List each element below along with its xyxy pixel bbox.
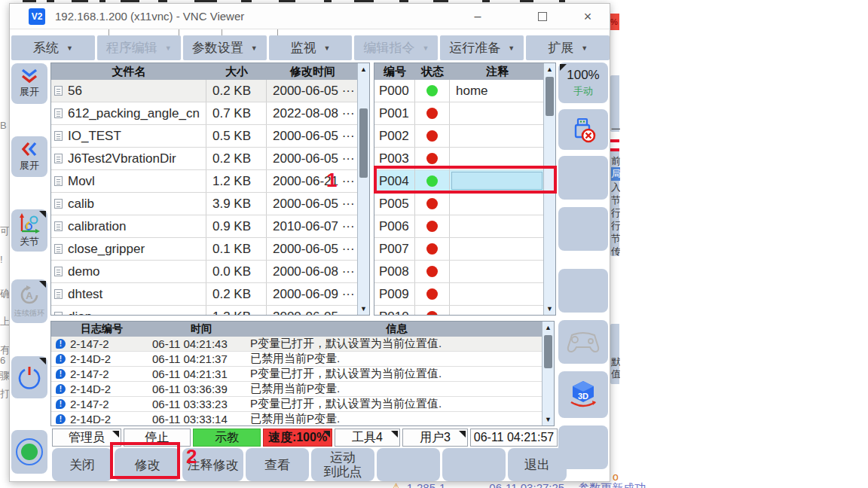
empty-action-button[interactable]: [377, 448, 440, 481]
speed-mode-button[interactable]: 100% 手动: [558, 63, 608, 103]
comment-modify-button[interactable]: 注释修改: [182, 448, 243, 481]
pvar-row[interactable]: P001: [374, 102, 555, 125]
user-frame-chip[interactable]: 用户3: [402, 429, 468, 447]
pvar-comment-cell: [450, 261, 545, 282]
gamepad-button[interactable]: [558, 320, 608, 364]
scrollbar-thumb[interactable]: [359, 108, 368, 178]
scroll-up-icon[interactable]: ▲: [358, 64, 369, 75]
col-mtime[interactable]: 修改时间: [267, 65, 359, 79]
empty-tool-button[interactable]: [558, 269, 608, 313]
log-time: 06-11 03:33:14: [152, 412, 250, 426]
servo-status-button[interactable]: [11, 430, 47, 474]
col-log-msg[interactable]: 信息: [250, 322, 543, 336]
pvar-row[interactable]: P009: [374, 283, 555, 306]
pvar-id: P004: [374, 170, 415, 192]
col-status[interactable]: 状态: [415, 65, 450, 79]
view-button[interactable]: 查看: [246, 448, 309, 481]
col-filename[interactable]: 文件名: [51, 65, 206, 79]
menu-item-label: 扩展: [548, 39, 573, 56]
file-row[interactable]: dhtest 0.2 KB 2000-06-09 ···: [51, 283, 369, 306]
log-row[interactable]: ! 2-14D-2 06-11 04:21:37 已禁用当前P变量.: [51, 352, 554, 367]
chevron-down-icon: ▼: [508, 44, 515, 52]
close-button[interactable]: ×: [578, 8, 598, 26]
log-row[interactable]: ! 2-147-2 06-11 04:21:31 P变量已打开，默认设置为当前位…: [51, 367, 554, 382]
pvar-row[interactable]: P002: [374, 125, 555, 148]
tool-chip[interactable]: 工具4: [335, 429, 400, 447]
file-size: 1.2 KB: [206, 170, 267, 192]
modify-button[interactable]: 修改: [115, 448, 180, 481]
run-state-chip[interactable]: 停止: [124, 429, 191, 447]
usb-status-button[interactable]: [558, 109, 608, 150]
empty-tool-button[interactable]: [558, 207, 608, 251]
log-row[interactable]: ! 2-147-2 06-11 03:33:23 P变量已打开，默认设置为当前位…: [51, 397, 554, 412]
log-row[interactable]: ! 2-147-2 06-11 04:21:43 P变量已打开，默认设置为当前位…: [51, 337, 554, 352]
maximize-button[interactable]: [533, 8, 552, 26]
file-mtime: 2000-06-05 ···: [267, 238, 359, 260]
empty-tool-button[interactable]: [558, 156, 608, 200]
continuous-loop-button[interactable]: A 连续循环: [11, 279, 47, 323]
file-name-cell: close_gripper: [51, 238, 206, 260]
empty-action-button[interactable]: [442, 448, 506, 481]
pvar-row[interactable]: P006: [374, 215, 555, 238]
file-row[interactable]: 612_packing_angle_cn 0.7 KB 2022-08-08 ·…: [51, 102, 369, 125]
file-table-scrollbar[interactable]: ▲ ▼: [357, 63, 369, 315]
file-row[interactable]: dian 1.3 KB 2000-06-05 ···: [51, 306, 369, 316]
file-row[interactable]: demo 0.0 KB 2000-06-08 ···: [51, 261, 369, 283]
file-row[interactable]: Movl 1.2 KB 2000-06-21 ···: [51, 170, 369, 193]
move-to-point-button[interactable]: 运动 到此点: [311, 448, 374, 481]
log-table-scrollbar[interactable]: ▲ ▼: [542, 322, 554, 425]
file-mtime: 2022-08-08 ···: [267, 102, 359, 124]
col-log-code[interactable]: 日志编号: [51, 322, 152, 336]
pvar-row[interactable]: P004: [374, 170, 555, 193]
menu-item[interactable]: 系统 ▼: [11, 35, 95, 60]
scroll-down-icon[interactable]: ▼: [542, 414, 554, 425]
pvar-row[interactable]: P007: [374, 238, 555, 261]
pvar-row[interactable]: P005: [374, 193, 555, 215]
expand-left-button[interactable]: 展开: [11, 136, 47, 177]
speed-chip[interactable]: 速度:100%: [263, 429, 332, 447]
scroll-up-icon[interactable]: ▲: [542, 322, 554, 333]
log-row[interactable]: ! 2-14D-2 06-11 03:33:14 已禁用当前P变量.: [51, 412, 554, 426]
pvar-table-scrollbar[interactable]: ▲ ▼: [543, 63, 555, 315]
col-comment[interactable]: 注释: [450, 65, 545, 79]
menu-item[interactable]: 编辑指令 ▼: [354, 35, 438, 60]
scroll-up-icon[interactable]: ▲: [544, 64, 555, 75]
scrollbar-thumb[interactable]: [546, 77, 554, 116]
empty-tool-button[interactable]: [558, 425, 608, 469]
pvar-status-cell: [415, 193, 450, 215]
view-3d-button[interactable]: 3D: [558, 371, 608, 418]
menu-item[interactable]: 程序编辑 ▼: [97, 35, 181, 60]
comment-input-box[interactable]: [451, 172, 542, 190]
file-row[interactable]: close_gripper 0.1 KB 2000-06-05 ···: [51, 238, 369, 261]
scrollbar-thumb[interactable]: [544, 335, 552, 368]
menu-item[interactable]: 监视 ▼: [269, 35, 353, 60]
minimize-button[interactable]: –: [468, 8, 487, 26]
menu-item[interactable]: 扩展 ▼: [526, 35, 610, 60]
file-row[interactable]: J6Test2VbrationDir 0.2 KB 2000-06-05 ···: [51, 148, 369, 170]
col-id[interactable]: 编号: [374, 65, 415, 79]
col-log-time[interactable]: 时间: [152, 322, 250, 336]
pvar-row[interactable]: P010: [374, 306, 555, 316]
file-row[interactable]: IO_TEST 0.5 KB 2000-06-05 ···: [51, 125, 369, 148]
pvar-comment-cell: [450, 170, 545, 192]
log-row[interactable]: ! 2-14D-2 06-11 03:36:39 已禁用当前P变量.: [51, 382, 554, 397]
user-role-chip[interactable]: 管理员: [52, 429, 121, 447]
scroll-down-icon[interactable]: ▼: [544, 303, 555, 314]
menu-item[interactable]: 运行准备 ▼: [440, 35, 524, 60]
pvar-row[interactable]: P008: [374, 261, 555, 283]
menu-item[interactable]: 参数设置 ▼: [183, 35, 267, 60]
file-row[interactable]: calibration 0.9 KB 2010-06-07 ···: [51, 215, 369, 238]
title-bar[interactable]: V2 192.168.1.200 (x11vnc) - VNC Viewer –…: [10, 4, 610, 29]
pvar-status-cell: [415, 238, 450, 260]
mode-chip[interactable]: 示教: [193, 429, 261, 447]
pvar-row[interactable]: P000 home: [374, 80, 555, 102]
close-action-button[interactable]: 关闭: [52, 448, 112, 481]
joint-coord-button[interactable]: 关节: [11, 209, 47, 252]
scroll-down-icon[interactable]: ▼: [358, 303, 369, 314]
file-row[interactable]: 56 0.2 KB 2000-06-05 ···: [51, 80, 369, 102]
file-row[interactable]: calib 3.9 KB 2000-06-05 ···: [51, 193, 369, 215]
expand-down-button[interactable]: 展开: [11, 63, 47, 104]
col-size[interactable]: 大小: [206, 65, 267, 79]
power-button[interactable]: [11, 356, 47, 398]
pvar-row[interactable]: P003: [374, 148, 555, 170]
